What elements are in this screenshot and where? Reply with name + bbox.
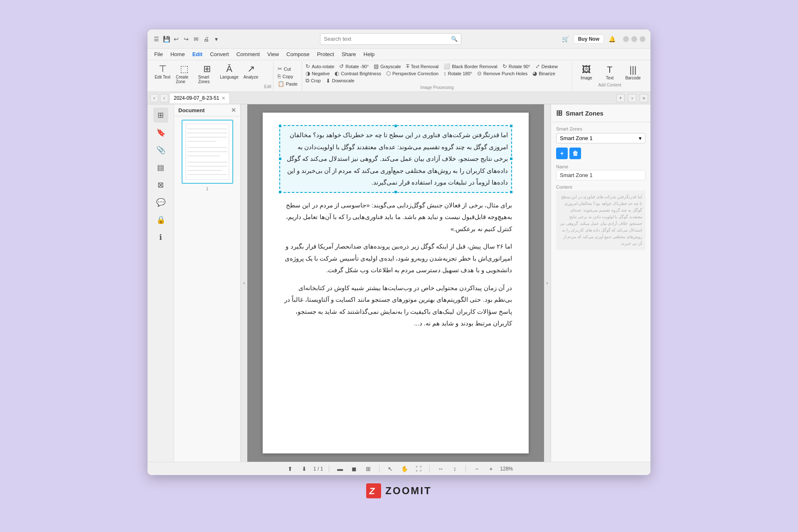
language-icon: Ā [226,64,232,74]
sidebar-info[interactable]: ℹ [153,230,168,245]
sidebar-security[interactable]: 🔒 [153,212,168,227]
menu-edit[interactable]: Edit [189,50,206,58]
selection-handle-top-left[interactable] [278,124,282,128]
thumbnail-close-button[interactable]: ✕ [231,107,236,113]
scroll-up-button[interactable]: ⬆ [285,464,295,474]
close-button[interactable]: ✕ [640,36,645,42]
sidebar-ocr[interactable]: ⊠ [153,177,168,192]
expand-right-panel-button[interactable]: › [544,104,551,462]
hamburger-icon[interactable]: ☰ [153,35,160,43]
add-text-button[interactable]: T Text [600,64,620,81]
grayscale-button[interactable]: ▧ Grayscale [373,63,402,70]
print-icon[interactable]: 🖨 [202,35,210,43]
zoom-out-button[interactable]: − [472,464,482,474]
save-icon[interactable]: 💾 [163,35,170,43]
copy-icon: ⎘ [278,73,281,79]
sidebar-layers[interactable]: ▤ [153,160,168,175]
selection-handle-mid-left[interactable] [278,157,282,160]
fit-height-button[interactable]: ↕ [450,464,460,474]
text-removal-button[interactable]: T̶ Text Removal [405,63,440,70]
negative-button[interactable]: ◑ Negative [305,70,330,77]
deskew-button[interactable]: ⤢ Deskew [534,63,559,70]
bell-icon[interactable]: 🔔 [608,35,616,43]
rotate-neg90-button[interactable]: ↺ Rotate -90° [338,63,369,70]
tab-close-button[interactable]: ✕ [222,96,225,101]
smart-zones-button[interactable]: ⊞ Smart Zones [197,63,218,90]
contrast-brightness-button[interactable]: ◐ Contrast Brightness [334,70,382,77]
black-border-removal-button[interactable]: ⬜ Black Border Removal [443,63,498,70]
menu-file[interactable]: File [151,50,166,58]
search-icon[interactable]: 🔍 [451,36,458,42]
selection-handle-bottom-mid[interactable] [394,190,397,194]
rotate-180-button[interactable]: ↕ Rotate 180° [443,70,473,77]
sidebar-attachments[interactable]: 📎 [153,143,168,158]
buy-now-button[interactable]: Buy Now [574,34,604,44]
delete-zone-button[interactable]: 🗑 [569,148,581,159]
menu-share[interactable]: Share [338,50,360,58]
selected-text-region[interactable]: اما قدرتگرفتن شرکت‌های فناوری در این سطح… [279,125,512,193]
copy-button[interactable]: ⎘ Copy [277,73,298,80]
grid-view-button[interactable]: ⊞ [363,464,373,474]
menu-view[interactable]: View [264,50,282,58]
menu-comment[interactable]: Comment [233,50,263,58]
tab-add-button[interactable]: + [616,94,625,102]
selection-handle-bottom-right[interactable] [510,190,513,194]
zoom-in-button[interactable]: + [486,464,496,474]
cut-button[interactable]: ✂ Cut [277,65,298,72]
add-image-button[interactable]: 🖼 Image [576,64,596,81]
paste-button[interactable]: 📋 Paste [277,80,298,87]
fullscreen-button[interactable]: ⛶ [414,464,424,474]
menu-help[interactable]: Help [360,50,378,58]
email-icon[interactable]: ✉ [192,35,200,43]
selection-handle-bottom-left[interactable] [278,190,282,194]
thumbnail-item[interactable] [182,120,233,184]
minimize-button[interactable]: — [623,36,629,42]
smart-zones-label: Smart Zones [198,75,216,84]
fit-width-button[interactable]: ↔ [436,464,446,474]
maximize-button[interactable]: □ [631,36,637,42]
search-input[interactable] [324,36,451,42]
redo-icon[interactable]: ↪ [182,35,190,43]
menu-compose[interactable]: Compose [283,50,313,58]
single-page-view-button[interactable]: ▬ [335,464,345,474]
create-zone-button[interactable]: ⬚ Create Zone [174,63,195,90]
add-barcode-button[interactable]: ||| Barcode [623,64,643,81]
add-text-label: Text [606,76,613,80]
rotate-90-button[interactable]: ↻ Rotate 90° [502,63,531,70]
cart-icon[interactable]: 🛒 [562,35,569,43]
tab-nav-end[interactable]: » [640,94,648,102]
tab-nav-left[interactable]: ‹ [150,94,158,102]
smart-zone-dropdown[interactable]: Smart Zone 1 ▾ [556,133,645,143]
selection-handle-top-right[interactable] [510,124,513,128]
zoom-level: 128% [500,466,513,472]
auto-rotate-button[interactable]: ↻ Auto-rotate [305,63,335,70]
document-tab[interactable]: 2024-09-07_8-23-51 ✕ [169,93,230,103]
sidebar-bookmarks[interactable]: 🔖 [153,125,168,140]
collapse-panel-button[interactable]: ‹ [241,104,247,462]
selection-handle-top-mid[interactable] [394,124,397,128]
dropdown-icon[interactable]: ▾ [212,35,220,43]
language-button[interactable]: Ā Language [219,63,239,90]
crop-button[interactable]: ⧉ Crop [305,77,322,84]
add-zone-button[interactable]: + [556,148,568,159]
sidebar-comments[interactable]: 💬 [153,195,168,210]
select-tool-button[interactable]: ↖ [385,464,395,474]
binarize-button[interactable]: ◕ Binarize [532,70,556,77]
scroll-down-button[interactable]: ⬇ [299,464,309,474]
remove-punch-holes-button[interactable]: ⊙ Remove Punch Holes [476,70,528,77]
downscale-button[interactable]: ⬇ Downscale [325,77,355,84]
hand-tool-button[interactable]: ✋ [399,464,409,474]
fit-page-button[interactable]: ◼ [349,464,359,474]
menu-convert[interactable]: Convert [207,50,232,58]
menu-protect[interactable]: Protect [314,50,337,58]
menu-home[interactable]: Home [167,50,188,58]
tab-nav-back[interactable]: ‹ [160,94,168,102]
tab-nav-right[interactable]: › [628,94,636,102]
perspective-correction-button[interactable]: ⬡ Perspective Correction [385,70,439,77]
edit-text-button[interactable]: ⊤ Edit Text [153,63,172,90]
sidebar-thumbnails[interactable]: ⊞ [153,108,168,123]
analyze-button[interactable]: ↗ Analyze [241,63,261,90]
copy-label: Copy [283,74,293,79]
undo-icon[interactable]: ↩ [172,35,180,43]
selection-handle-mid-right[interactable] [510,157,513,160]
